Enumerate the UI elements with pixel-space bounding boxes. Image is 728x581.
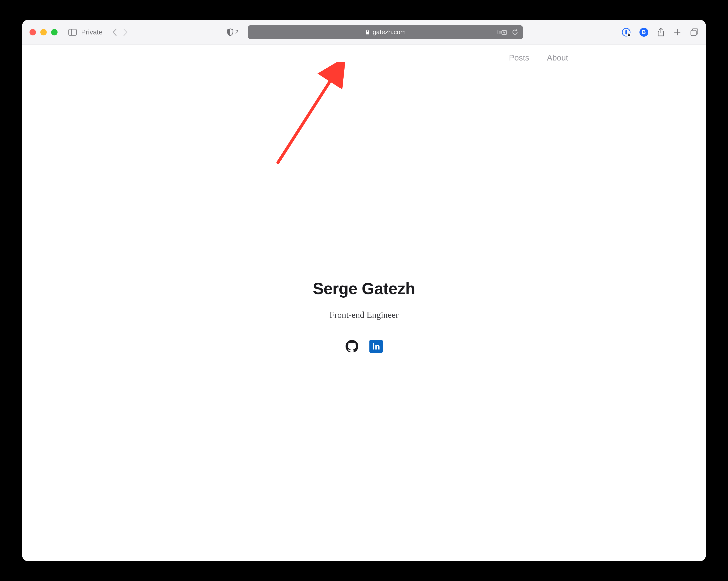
nav-arrows — [112, 28, 128, 36]
back-button[interactable] — [112, 28, 117, 36]
forward-button[interactable] — [123, 28, 128, 36]
github-link[interactable] — [345, 340, 359, 353]
nav-link-about[interactable]: About — [547, 53, 568, 62]
svg-rect-6 — [625, 30, 627, 34]
address-url: gatezh.com — [372, 28, 406, 36]
site-nav: Posts About — [22, 45, 706, 71]
share-button[interactable] — [657, 28, 665, 37]
traffic-lights — [29, 29, 57, 35]
page-content: Posts About Serge Gatezh Front-end Engin… — [22, 45, 706, 561]
reload-icon[interactable] — [512, 29, 518, 36]
extension-icon-onepassword[interactable] — [622, 28, 631, 37]
svg-rect-10 — [373, 345, 374, 350]
private-mode-label: Private — [81, 28, 103, 36]
page-title: Serge Gatezh — [313, 279, 415, 298]
new-tab-button[interactable] — [673, 28, 681, 36]
sidebar-toggle-icon[interactable] — [68, 29, 77, 36]
linkedin-icon — [369, 340, 383, 353]
linkedin-link[interactable] — [369, 340, 383, 353]
svg-rect-0 — [69, 29, 77, 35]
address-content: gatezh.com — [365, 28, 406, 36]
close-button[interactable] — [29, 29, 36, 35]
browser-toolbar: Private 2 — [22, 20, 706, 45]
reader-translate-icon[interactable] — [498, 29, 507, 35]
browser-window: Private 2 — [22, 20, 706, 561]
svg-point-11 — [373, 343, 374, 345]
shield-icon — [227, 28, 234, 36]
svg-rect-9 — [691, 30, 696, 36]
github-icon — [345, 340, 359, 353]
social-links — [345, 340, 383, 353]
maximize-button[interactable] — [51, 29, 57, 35]
extension-icon-b[interactable]: B — [640, 28, 648, 37]
minimize-button[interactable] — [40, 29, 47, 35]
toolbar-right: B — [622, 28, 699, 37]
privacy-shield[interactable]: 2 — [227, 28, 238, 36]
shield-count: 2 — [235, 29, 238, 36]
nav-link-posts[interactable]: Posts — [509, 53, 529, 62]
lock-icon — [365, 29, 370, 35]
svg-rect-8 — [628, 35, 630, 36]
address-bar-right — [498, 29, 518, 36]
svg-rect-2 — [366, 32, 369, 34]
tabs-overview-button[interactable] — [690, 28, 699, 36]
page-subtitle: Front-end Engineer — [330, 310, 399, 320]
address-bar[interactable]: gatezh.com — [248, 25, 523, 40]
hero-section: Serge Gatezh Front-end Engineer — [22, 71, 706, 561]
